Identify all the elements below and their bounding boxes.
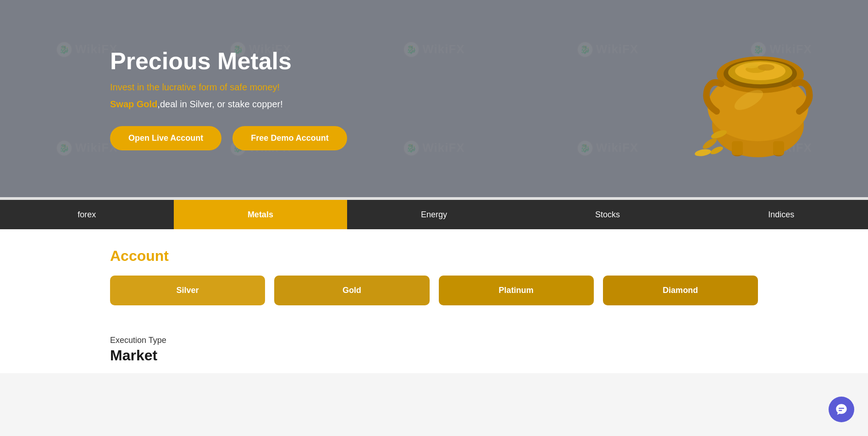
wm-icon: 🐉	[403, 140, 420, 156]
watermark-9: 🐉 WikiFX	[521, 99, 695, 197]
open-live-account-button[interactable]: Open Live Account	[110, 126, 221, 150]
hero-description: Swap Gold,deal in Silver, or stake coppe…	[110, 99, 347, 110]
tab-energy[interactable]: Energy	[347, 200, 521, 229]
hero-subtitle: Invest in the lucrative form of safe mon…	[110, 82, 347, 93]
account-type-diamond[interactable]: Diamond	[603, 276, 758, 305]
tab-metals[interactable]: Metals	[174, 200, 348, 229]
nav-tabs: forex Metals Energy Stocks Indices	[0, 200, 868, 229]
account-type-platinum[interactable]: Platinum	[439, 276, 594, 305]
watermark-8: 🐉 WikiFX	[347, 99, 521, 197]
watermark-3: 🐉 WikiFX	[347, 0, 521, 99]
free-demo-account-button[interactable]: Free Demo Account	[232, 126, 347, 150]
svg-point-8	[744, 63, 758, 68]
tab-indices[interactable]: Indices	[694, 200, 868, 229]
wm-icon: 🐉	[577, 41, 593, 58]
hero-buttons: Open Live Account Free Demo Account	[110, 126, 347, 150]
account-type-silver[interactable]: Silver	[110, 276, 265, 305]
hero-section: 🐉 WikiFX 🐉 WikiFX 🐉 WikiFX 🐉 WikiFX	[0, 0, 868, 197]
execution-type-label: Execution Type	[110, 336, 758, 345]
account-section: Account Silver Gold Platinum Diamond	[0, 229, 868, 336]
wm-icon: 🐉	[577, 140, 593, 156]
tab-forex[interactable]: forex	[0, 200, 174, 229]
hero-content: Precious Metals Invest in the lucrative …	[0, 47, 347, 150]
gold-pot-svg	[694, 29, 822, 166]
hero-title: Precious Metals	[110, 47, 347, 75]
watermark-4: 🐉 WikiFX	[521, 0, 695, 99]
account-section-title: Account	[110, 248, 758, 265]
hero-desc-rest: ,deal in Silver, or stake copper!	[157, 99, 282, 109]
svg-point-7	[758, 64, 774, 71]
hero-gold-pot-image	[694, 29, 822, 168]
execution-section: Execution Type Market	[0, 336, 868, 373]
hero-desc-gold: Swap Gold	[110, 99, 157, 109]
tab-stocks[interactable]: Stocks	[521, 200, 695, 229]
svg-rect-12	[773, 141, 784, 155]
execution-type-value: Market	[110, 347, 758, 364]
svg-rect-11	[732, 141, 743, 155]
svg-point-16	[709, 145, 724, 156]
svg-point-15	[694, 148, 712, 157]
wm-icon: 🐉	[403, 41, 420, 58]
account-type-gold[interactable]: Gold	[274, 276, 429, 305]
account-types-list: Silver Gold Platinum Diamond	[110, 276, 758, 305]
